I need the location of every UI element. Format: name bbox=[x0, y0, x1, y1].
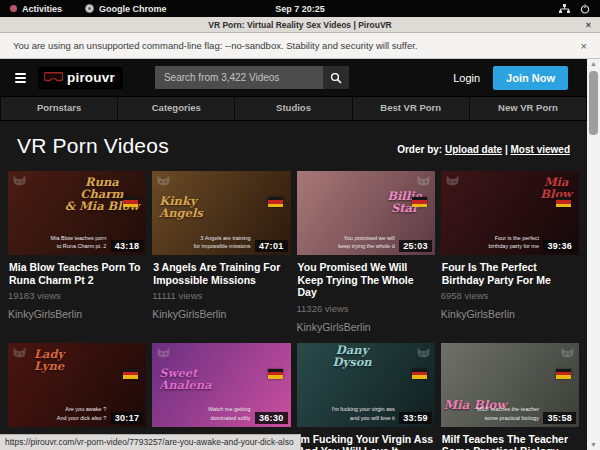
thumbnail-caption: I'm fucking your virgin ass and you will… bbox=[332, 405, 395, 422]
duration-badge: 39:36 bbox=[543, 240, 576, 252]
german-flag-icon bbox=[123, 369, 138, 379]
video-studio-link[interactable]: KinkyGirlsBerlin bbox=[152, 308, 290, 320]
video-title-link[interactable]: Milf Teaches The Teacher Some Practical … bbox=[442, 433, 578, 450]
video-view-count: 19183 views bbox=[8, 290, 146, 301]
thumbnail-caption: You promised we will keep trying the who… bbox=[338, 234, 395, 251]
chrome-app-icon bbox=[85, 4, 94, 13]
duration-badge: 33:59 bbox=[399, 412, 432, 424]
video-studio-link[interactable]: KinkyGirlsBerlin bbox=[297, 321, 435, 333]
page-title: VR Porn Videos bbox=[17, 134, 169, 158]
menu-item-categories[interactable]: Categories bbox=[118, 97, 235, 120]
order-by-label: Order by: bbox=[397, 144, 442, 155]
scroll-down-icon[interactable]: ▼ bbox=[587, 441, 600, 449]
thumbnail-caption: Are you awake ? And your dick also ? bbox=[57, 405, 107, 422]
video-title-link[interactable]: Four Is The Perfect Birthday Party For M… bbox=[442, 261, 578, 286]
app-menu-button[interactable]: Google Chrome bbox=[99, 4, 167, 14]
search-button[interactable] bbox=[323, 66, 349, 89]
activities-button[interactable]: Activities bbox=[22, 4, 62, 14]
duration-badge: 30:17 bbox=[111, 412, 144, 424]
scroll-up-icon[interactable]: ▲ bbox=[587, 60, 600, 68]
menu-item-new-vr[interactable]: New VR Porn bbox=[470, 97, 587, 120]
window-close-button[interactable]: × bbox=[586, 17, 591, 33]
video-card[interactable]: Runa Charm & Mia Blow Mia Blow teaches p… bbox=[8, 171, 146, 333]
duration-badge: 43:18 bbox=[111, 240, 144, 252]
video-card[interactable]: Mia Blow Four is the perfect birthday pa… bbox=[441, 171, 579, 333]
page-scrollbar[interactable]: ▲ ▼ bbox=[587, 59, 600, 450]
order-upload-date-link[interactable]: Upload date bbox=[445, 144, 502, 155]
video-view-count: 11111 views bbox=[152, 290, 290, 301]
video-card[interactable]: Billie Star You promised we will keep tr… bbox=[297, 171, 435, 333]
main-menu: Pornstars Categories Studios Best VR Por… bbox=[0, 96, 587, 121]
status-url-bubble: https://pirouvr.com/vr-porn-video/779325… bbox=[0, 434, 301, 450]
studio-cat-logo-icon bbox=[12, 346, 27, 359]
menu-item-best-vr[interactable]: Best VR Porn bbox=[353, 97, 470, 120]
studio-cat-logo-icon bbox=[156, 174, 171, 187]
video-title-link[interactable]: Im Fucking Your Virgin Ass And You Will … bbox=[298, 433, 434, 450]
hamburger-menu-icon[interactable] bbox=[15, 73, 26, 83]
studio-cat-logo-icon bbox=[445, 174, 460, 187]
video-thumbnail[interactable]: Mia Blow Four is the perfect birthday pa… bbox=[441, 171, 579, 255]
site-logo[interactable]: pirouvr bbox=[38, 67, 123, 89]
power-icon[interactable] bbox=[580, 4, 590, 14]
chrome-warning-bar: You are using an unsupported command-lin… bbox=[0, 33, 600, 59]
video-card[interactable]: Kinky Angels 3 Angels are training for i… bbox=[152, 171, 290, 333]
thumbnail-performer-name: Lady Lyne bbox=[34, 348, 64, 372]
german-flag-icon bbox=[412, 197, 427, 207]
video-view-count: 11326 views bbox=[297, 303, 435, 314]
search-bar bbox=[155, 66, 349, 89]
site-logo-text: pirouvr bbox=[67, 70, 115, 85]
browser-viewport: pirouvr Login Join Now Pornstars Categor… bbox=[0, 59, 587, 450]
join-now-button[interactable]: Join Now bbox=[493, 66, 568, 90]
video-title-link[interactable]: 3 Angels Are Training For Impossible Mis… bbox=[153, 261, 289, 286]
german-flag-icon bbox=[268, 197, 283, 207]
duration-badge: 36:30 bbox=[255, 412, 288, 424]
studio-cat-logo-icon bbox=[416, 346, 431, 359]
search-icon bbox=[330, 72, 342, 84]
studio-cat-logo-icon bbox=[560, 346, 575, 359]
thumbnail-caption: 3 Angels are training for impossible mis… bbox=[194, 234, 251, 251]
window-title-bar: VR Porn: Virtual Reality Sex Videos | Pi… bbox=[0, 17, 600, 33]
video-thumbnail[interactable]: Billie Star You promised we will keep tr… bbox=[297, 171, 435, 255]
activities-dot-icon bbox=[10, 5, 17, 12]
clock[interactable]: Sep 7 20:25 bbox=[275, 4, 325, 14]
duration-badge: 25:03 bbox=[399, 240, 432, 252]
video-title-link[interactable]: You Promised We Will Keep Trying The Who… bbox=[298, 261, 434, 299]
studio-cat-logo-icon bbox=[12, 174, 27, 187]
video-view-count: 6958 views bbox=[441, 290, 579, 301]
duration-badge: 47:01 bbox=[255, 240, 288, 252]
video-thumbnail[interactable]: Lady Lyne Are you awake ? And your dick … bbox=[8, 343, 146, 427]
window-title: VR Porn: Virtual Reality Sex Videos | Pi… bbox=[208, 20, 391, 30]
duration-badge: 35:58 bbox=[543, 412, 576, 424]
page-header: VR Porn Videos Order by: Upload date | M… bbox=[0, 121, 587, 169]
video-thumbnail[interactable]: Sweet Analena Watch me getting dominated… bbox=[152, 343, 290, 427]
warning-close-button[interactable]: × bbox=[581, 40, 587, 52]
order-by-controls: Order by: Upload date | Most viewed bbox=[397, 144, 570, 155]
video-thumbnail[interactable]: Kinky Angels 3 Angels are training for i… bbox=[152, 171, 290, 255]
scrollbar-thumb[interactable] bbox=[589, 71, 598, 135]
video-studio-link[interactable]: KinkyGirlsBerlin bbox=[441, 308, 579, 320]
network-icon[interactable] bbox=[559, 4, 570, 13]
order-most-viewed-link[interactable]: Most viewed bbox=[511, 144, 570, 155]
video-thumbnail[interactable]: Dany Dyson I'm fucking your virgin ass a… bbox=[297, 343, 435, 427]
video-title-link[interactable]: Mia Blow Teaches Porn To Runa Charm Pt 2 bbox=[9, 261, 145, 286]
german-flag-icon bbox=[123, 197, 138, 207]
german-flag-icon bbox=[268, 369, 283, 379]
video-card[interactable]: Mia Blow MILF teaches the teacher some p… bbox=[441, 343, 579, 450]
video-thumbnail[interactable]: Runa Charm & Mia Blow Mia Blow teaches p… bbox=[8, 171, 146, 255]
studio-cat-logo-icon bbox=[416, 174, 431, 187]
menu-item-pornstars[interactable]: Pornstars bbox=[0, 97, 118, 120]
menu-item-studios[interactable]: Studios bbox=[235, 97, 352, 120]
login-link[interactable]: Login bbox=[453, 72, 480, 84]
thumbnail-caption: Mia Blow teaches porn to Runa Charm pt. … bbox=[51, 234, 107, 251]
german-flag-icon bbox=[556, 197, 571, 207]
order-separator: | bbox=[502, 144, 510, 155]
video-studio-link[interactable]: KinkyGirlsBerlin bbox=[8, 308, 146, 320]
video-thumbnail[interactable]: Mia Blow MILF teaches the teacher some p… bbox=[441, 343, 579, 427]
video-grid: Runa Charm & Mia Blow Mia Blow teaches p… bbox=[0, 169, 587, 450]
thumbnail-caption: MILF teaches the teacher some practical … bbox=[477, 405, 539, 422]
video-card[interactable]: Dany Dyson I'm fucking your virgin ass a… bbox=[297, 343, 435, 450]
thumbnail-caption: Four is the perfect birthday party for m… bbox=[489, 234, 539, 251]
search-input[interactable] bbox=[155, 66, 323, 89]
thumbnail-performer-name: Sweet Analena bbox=[159, 367, 211, 391]
german-flag-icon bbox=[412, 369, 427, 379]
